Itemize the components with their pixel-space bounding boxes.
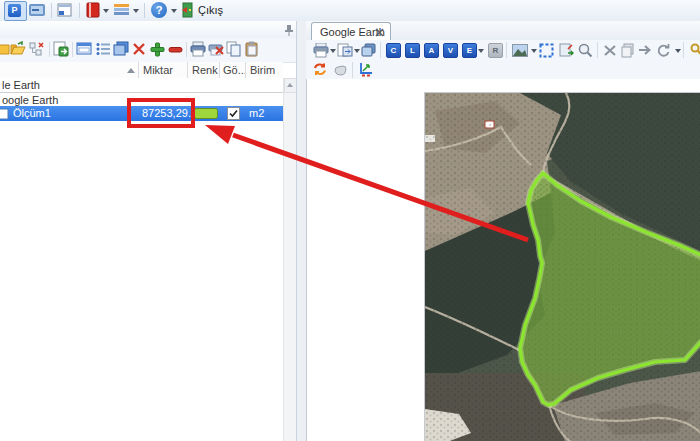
- pin-icon[interactable]: [284, 24, 294, 36]
- satellite-map[interactable]: [424, 92, 700, 441]
- print-cancel-icon[interactable]: [208, 41, 224, 57]
- red-book-icon[interactable]: [86, 2, 100, 18]
- export-image-icon[interactable]: [337, 43, 353, 58]
- row-label: le Earth: [2, 79, 40, 91]
- letter-button-c[interactable]: C: [386, 43, 401, 58]
- copy-icon[interactable]: [226, 41, 242, 57]
- toolbar-separator: [506, 42, 507, 58]
- letter-button-r[interactable]: R: [488, 43, 503, 58]
- left-panel-header: [0, 21, 296, 39]
- column-divider[interactable]: [138, 62, 139, 78]
- help-icon[interactable]: ?: [151, 2, 167, 18]
- visibility-checkbox[interactable]: [227, 107, 240, 120]
- panel-view-icon[interactable]: [29, 3, 46, 18]
- toolbar-separator: [79, 3, 80, 18]
- folder-icon[interactable]: [0, 41, 10, 57]
- column-divider[interactable]: [245, 62, 246, 78]
- sync-icon[interactable]: [312, 62, 328, 77]
- p-tool-button[interactable]: P: [4, 1, 27, 21]
- toolbar-separator: [49, 42, 50, 57]
- forward-icon[interactable]: [638, 44, 654, 56]
- left-panel-toolbar: [0, 38, 296, 63]
- column-header-birim[interactable]: Birim: [250, 64, 275, 76]
- toolbar-separator: [683, 42, 684, 58]
- column-header-miktar[interactable]: Miktar: [143, 64, 173, 76]
- column-header-renk[interactable]: Renk: [192, 64, 218, 76]
- help-dropdown[interactable]: [171, 9, 177, 13]
- open-folder-icon[interactable]: [10, 41, 26, 57]
- color-swatch[interactable]: [194, 108, 218, 119]
- exit-button[interactable]: Çıkış: [198, 4, 223, 16]
- column-divider[interactable]: [219, 62, 220, 78]
- settings-key-icon[interactable]: [690, 43, 700, 58]
- column-divider[interactable]: [187, 62, 188, 78]
- selection-box-icon[interactable]: [539, 43, 554, 58]
- toolbar-separator: [380, 42, 381, 58]
- close-tab-icon[interactable]: [375, 28, 384, 37]
- toolbar-separator: [51, 3, 52, 18]
- clipboard-icon[interactable]: [620, 43, 635, 58]
- layout-window-icon[interactable]: [57, 3, 73, 18]
- map-toolbar: C L A V E R: [306, 40, 700, 60]
- refresh-icon[interactable]: [656, 43, 671, 58]
- toolbar-separator: [144, 3, 145, 18]
- print-dropdown[interactable]: [330, 49, 336, 53]
- export-report-icon[interactable]: [53, 41, 69, 57]
- table-style-icon[interactable]: [114, 3, 130, 17]
- remove-tree-node-icon[interactable]: [29, 41, 45, 57]
- map-toolbar-secondary: [306, 60, 700, 80]
- image-layer-icon[interactable]: [512, 44, 528, 57]
- table-row[interactable]: le Earth: [0, 78, 283, 92]
- table-header: Miktar Renk Gö... Birim: [0, 62, 283, 79]
- export-dropdown[interactable]: [354, 49, 360, 53]
- column-header-gorunum[interactable]: Gö...: [223, 64, 247, 76]
- table-scrollbar[interactable]: [283, 78, 297, 441]
- print-icon[interactable]: [190, 41, 206, 57]
- paste-georeference-icon[interactable]: [559, 43, 575, 58]
- pan-hand-icon[interactable]: [332, 63, 348, 76]
- sort-ascending-icon[interactable]: [127, 68, 135, 73]
- exit-icon[interactable]: [181, 2, 195, 18]
- measurement-item-icon: [0, 108, 9, 120]
- app-window: P ? Çıkış: [0, 0, 700, 441]
- row-label: oogle Earth: [2, 94, 58, 106]
- measurement-unit: m2: [249, 107, 264, 119]
- annotation-arrow-head: [205, 125, 235, 144]
- remove-icon[interactable]: [167, 41, 183, 57]
- zoom-icon[interactable]: [578, 43, 593, 58]
- tab-google-earth[interactable]: Google Earth: [311, 22, 391, 41]
- add-icon[interactable]: [149, 41, 165, 57]
- table-row[interactable]: oogle Earth: [0, 92, 283, 107]
- red-book-dropdown[interactable]: [103, 9, 109, 13]
- window-view-icon[interactable]: [76, 41, 92, 57]
- copy-pages-icon[interactable]: [361, 43, 377, 58]
- coordinate-axis-icon[interactable]: [358, 62, 375, 77]
- letter-button-v[interactable]: V: [443, 43, 458, 58]
- measurement-name: Ölçüm1: [13, 107, 51, 119]
- clear-icon[interactable]: [603, 44, 617, 57]
- delete-icon[interactable]: [131, 41, 147, 57]
- layers-icon[interactable]: [113, 41, 129, 57]
- main-toolbar: P ? Çıkış: [0, 0, 700, 22]
- toolbar-separator: [597, 42, 598, 58]
- toolbar-separator: [72, 42, 73, 57]
- toolbar-separator: [352, 62, 353, 78]
- table-row-selected[interactable]: Ölçüm1 87253,29... m2: [0, 106, 283, 121]
- measurement-amount: 87253,29...: [142, 107, 197, 119]
- print-icon[interactable]: [313, 43, 329, 58]
- refresh-dropdown[interactable]: [675, 49, 681, 53]
- letter-button-e[interactable]: E: [462, 43, 477, 58]
- image-dropdown[interactable]: [531, 49, 537, 53]
- letter-button-a[interactable]: A: [424, 43, 439, 58]
- table-style-dropdown[interactable]: [133, 9, 139, 13]
- tab-bar: Google Earth: [306, 21, 700, 41]
- letter-e-dropdown[interactable]: [478, 49, 484, 53]
- list-view-icon[interactable]: [95, 41, 111, 57]
- toolbar-separator: [186, 42, 187, 57]
- paste-icon[interactable]: [244, 41, 260, 57]
- letter-button-l[interactable]: L: [405, 43, 420, 58]
- p-icon: P: [8, 4, 21, 17]
